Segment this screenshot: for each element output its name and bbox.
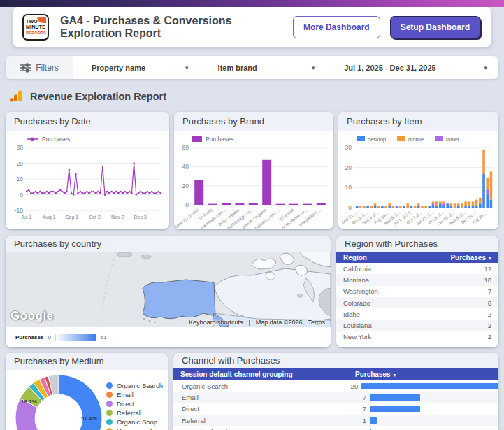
purchases-value: 1 — [357, 417, 366, 424]
legend-item[interactable]: Email — [106, 390, 163, 399]
date-range-filter-label: Jul 1, 2025 - Dec 31, 2025 — [344, 64, 435, 72]
legend-label: Unassigned — [117, 427, 152, 430]
channel-name: Organic Search — [173, 382, 349, 390]
map-container: Google Keyboard shortcuts | Map data ©20… — [6, 252, 331, 327]
region-column-header[interactable]: Region — [343, 254, 367, 261]
svg-text:-10: -10 — [15, 207, 24, 214]
svg-text:desktop: desktop — [368, 136, 386, 143]
purchases-by-brand-card: Purchases by Brand 0204060(direct) / (no… — [174, 112, 333, 229]
more-dashboard-button[interactable]: More Dashboard — [293, 16, 380, 38]
purchases-column-header[interactable]: Purchases▾ — [450, 254, 491, 261]
logo-line2: MINUTE — [26, 24, 45, 30]
channel-name: Referral — [173, 417, 357, 424]
legend-color-dot — [106, 392, 113, 398]
region-name: Louisiana — [343, 322, 372, 329]
filter-sliders-icon — [20, 63, 31, 73]
table-row: New York2 — [336, 331, 498, 343]
svg-text:Aug 1: Aug 1 — [43, 215, 55, 220]
property-name-filter[interactable]: Property name ▾ — [73, 56, 200, 79]
date-range-filter[interactable]: Jul 1, 2025 - Dec 31, 2025 ▾ — [326, 56, 498, 79]
legend-label: Direct — [117, 400, 134, 408]
item-brand-filter-label: Item brand — [218, 64, 257, 72]
legend-item[interactable]: Organic Search — [106, 381, 163, 390]
google-logo[interactable]: Google — [10, 309, 54, 323]
purchases-value: 7 — [357, 394, 366, 401]
purchases-by-date-card: Purchases by Date -100102030Jul 1Aug 1Se… — [6, 112, 169, 229]
svg-text:Sep 1: Sep 1 — [66, 215, 78, 220]
purchases-by-medium-donut[interactable]: 51.4%18.1% — [8, 373, 113, 430]
card-title: Purchases by Item — [338, 112, 498, 131]
region-name: Washington — [343, 287, 378, 295]
legend-color-dot — [106, 401, 113, 407]
channel-name: Email — [173, 394, 357, 401]
purchases-by-country-card: Purchases by country — [6, 236, 331, 347]
svg-text:51.4%: 51.4% — [81, 415, 97, 422]
brand-gradient-bar — [0, 0, 504, 7]
channel-column-header[interactable]: Session default channel grouping — [180, 371, 355, 378]
property-name-filter-label: Property name — [92, 64, 145, 72]
purchases-value: 7 — [357, 405, 366, 413]
svg-text:30: 30 — [17, 144, 24, 151]
map-legend-label: Purchases — [15, 334, 43, 341]
legend-item[interactable]: Direct — [106, 399, 163, 408]
page-title: GA4 - Purchases & Conversions Exploratio… — [60, 15, 293, 40]
svg-text:60: 60 — [182, 144, 189, 151]
table-row: Organic Search20 — [173, 380, 498, 392]
keyboard-shortcuts-link[interactable]: Keyboard shortcuts — [189, 319, 243, 326]
svg-text:0: 0 — [348, 204, 352, 211]
item-brand-filter[interactable]: Item brand ▾ — [200, 56, 326, 79]
legend-item[interactable]: Organic Shop... — [106, 417, 163, 427]
region-name: Montana — [343, 276, 369, 284]
sort-desc-icon: ▾ — [394, 372, 396, 378]
legend-item[interactable]: Unassigned — [106, 427, 163, 430]
card-title: Purchases by Date — [6, 112, 169, 131]
svg-text:30: 30 — [345, 144, 352, 151]
svg-text:10: 10 — [345, 184, 352, 191]
card-title: Region with Purchases — [336, 236, 498, 252]
purchases-column-header[interactable]: Purchases▾ — [355, 371, 396, 378]
purchases-value: 2 — [488, 310, 491, 318]
world-map[interactable] — [6, 252, 331, 327]
table-row: Colorado6 — [336, 297, 498, 308]
setup-dashboard-button[interactable]: Setup Dashboard — [390, 16, 480, 38]
region-name: Idaho — [343, 310, 360, 318]
purchases-value: 7 — [488, 287, 491, 295]
legend-label: Email — [117, 391, 134, 399]
analytics-icon — [10, 89, 23, 103]
legend-label: Referral — [117, 409, 141, 417]
purchases-value: 2 — [488, 322, 491, 329]
svg-text:0: 0 — [20, 192, 23, 199]
map-color-legend: Purchases 0 61 — [6, 327, 331, 347]
purchases-bar — [370, 406, 420, 412]
legend-item[interactable]: Referral — [106, 408, 163, 417]
donut-slice[interactable] — [55, 375, 102, 430]
region-table-body: California12Montana10Washington7Colorado… — [336, 263, 498, 343]
dashboard-page: TWO MINUTE REPORTS GA4 - Purchases & Con… — [0, 0, 504, 430]
map-legend-min: 0 — [48, 334, 50, 341]
purchases-by-brand-chart[interactable]: 0204060(direct) / (none)(not set)backbas… — [174, 131, 333, 229]
purchases-by-date-chart[interactable]: -100102030Jul 1Aug 1Sep 1Oct 2Nov 2Dec 3… — [6, 131, 169, 229]
svg-text:18.1%: 18.1% — [21, 399, 37, 405]
chevron-down-icon: ▾ — [484, 64, 487, 71]
table-row: Washington7 — [336, 286, 498, 297]
region-name: California — [343, 265, 371, 273]
logo-swoosh — [37, 17, 46, 23]
svg-text:40: 40 — [182, 163, 189, 170]
table-row: Louisiana2 — [336, 320, 498, 331]
purchases-by-medium-card: Purchases by Medium 51.4%18.1% Organic S… — [6, 353, 168, 430]
chevron-down-icon: ▾ — [185, 64, 189, 71]
channel-table-header: Session default channel grouping Purchas… — [173, 368, 498, 380]
table-row: Montana10 — [336, 274, 498, 285]
section-title: Revenue Exploration Report — [10, 89, 166, 103]
purchases-value: 20 — [349, 382, 358, 390]
purchases-bar — [361, 383, 498, 389]
table-row: Direct7 — [173, 403, 498, 415]
purchases-bar — [370, 394, 420, 401]
attribution-separator: | — [248, 319, 250, 326]
legend-color-dot — [106, 382, 113, 389]
terms-link[interactable]: Terms — [308, 319, 326, 326]
svg-text:Jul 1: Jul 1 — [22, 215, 32, 220]
purchases-value: 12 — [484, 265, 491, 273]
svg-text:hubspot.com / ...: hubspot.com / ... — [254, 208, 281, 229]
purchases-by-item-chart[interactable]: 0102030Sep 21,...Oct 1, 2...Sep 3, 2...A… — [338, 131, 498, 229]
